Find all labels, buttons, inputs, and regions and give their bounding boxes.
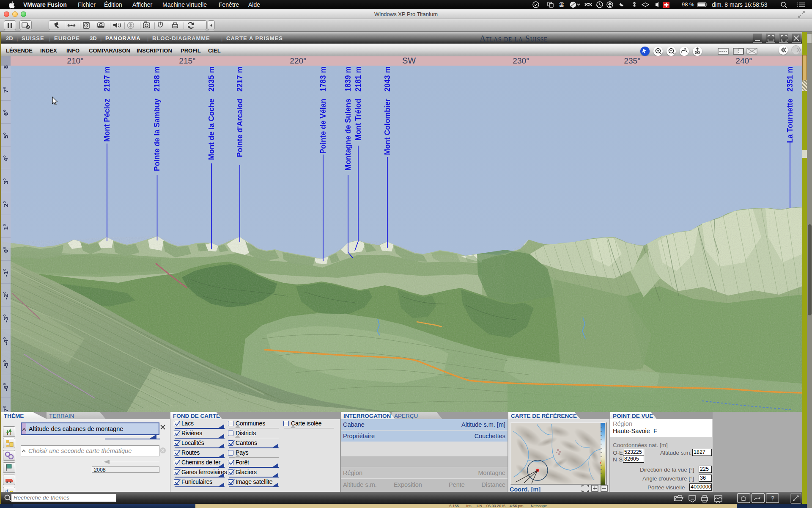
- svg-text:Mont de la Coche: Mont de la Coche: [207, 99, 216, 160]
- svg-text:-3°: -3°: [2, 314, 9, 322]
- svg-text:7°: 7°: [2, 87, 9, 93]
- svg-text:6°: 6°: [2, 110, 9, 116]
- svg-text:-6°: -6°: [2, 383, 9, 391]
- svg-text:2217 m: 2217 m: [236, 66, 244, 91]
- svg-text:SW: SW: [402, 56, 416, 65]
- svg-text:2351 m: 2351 m: [786, 66, 794, 91]
- svg-text:1839 m: 1839 m: [344, 66, 352, 91]
- svg-text:2043 m: 2043 m: [383, 66, 392, 91]
- svg-text:-4°: -4°: [2, 337, 9, 345]
- svg-text:Montagne de Sulens: Montagne de Sulens: [344, 99, 352, 171]
- svg-text:230°: 230°: [513, 56, 529, 65]
- svg-text:Pointe d'Arcalod: Pointe d'Arcalod: [236, 99, 244, 157]
- svg-text:⌘: ⌘: [559, 2, 564, 8]
- svg-text:-5°: -5°: [2, 360, 9, 368]
- svg-text:Mont Colombier: Mont Colombier: [383, 99, 392, 155]
- svg-text:?: ?: [771, 495, 774, 502]
- svg-text:-7°: -7°: [2, 406, 9, 412]
- svg-text:220°: 220°: [290, 56, 306, 65]
- svg-text:2°: 2°: [2, 201, 9, 207]
- svg-text:235°: 235°: [624, 56, 640, 65]
- svg-text:Pointe de la Sambuy: Pointe de la Sambuy: [153, 99, 161, 171]
- svg-text:La Tournette: La Tournette: [786, 99, 794, 143]
- svg-text:8: 8: [2, 65, 9, 69]
- svg-text:2181 m: 2181 m: [354, 66, 362, 91]
- svg-text:5°: 5°: [2, 133, 9, 138]
- svg-text:3°: 3°: [2, 178, 9, 184]
- svg-text:2035 m: 2035 m: [207, 66, 216, 91]
- svg-text:215°: 215°: [179, 56, 195, 65]
- svg-text:0°: 0°: [2, 247, 9, 253]
- svg-text:1783 m: 1783 m: [319, 66, 327, 91]
- svg-text:Pointe de Vélan: Pointe de Vélan: [319, 99, 327, 154]
- svg-text:4°: 4°: [2, 155, 9, 161]
- svg-text:1°: 1°: [2, 224, 9, 230]
- svg-text:2198 m: 2198 m: [153, 66, 161, 91]
- svg-text:210°: 210°: [67, 56, 83, 65]
- svg-text:2197 m: 2197 m: [103, 66, 111, 91]
- svg-text:240°: 240°: [735, 56, 752, 65]
- svg-text:-2°: -2°: [2, 291, 9, 299]
- svg-text:-1°: -1°: [2, 268, 9, 276]
- svg-text:Mont Trélod: Mont Trélod: [354, 99, 362, 141]
- svg-text:Mont Pécloz: Mont Pécloz: [103, 99, 111, 142]
